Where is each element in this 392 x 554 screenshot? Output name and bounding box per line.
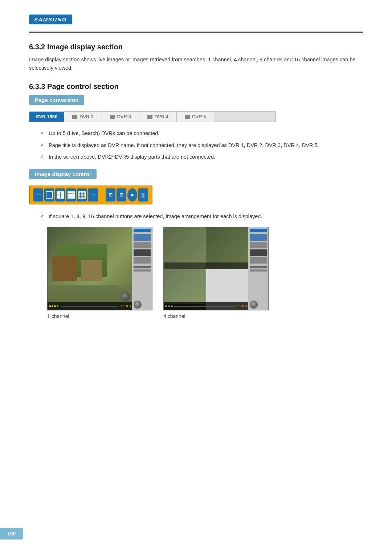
quad-cell-2 [206,227,248,269]
cam-time: 1 2 3 3 [121,304,131,308]
cam-sidebar-quad [248,227,268,310]
channel-1-label: 1 channel [47,313,69,319]
sidebar-mini-2 [134,242,151,248]
image-control-toolbar: ← [29,186,152,204]
status-dot-1 [49,305,51,307]
zoom-button[interactable]: ⊡ [106,188,115,201]
cam-object-3 [81,260,102,281]
four-channel-button[interactable] [55,188,65,201]
quad-dot-3 [171,305,173,307]
quad-cell-1 [164,227,206,269]
image-display-control-label: Image display control [29,169,97,179]
sidebar-mini-3 [134,249,151,256]
page-control-bullets: Up to 5 (Live, Search) DVRs can be conne… [40,129,363,161]
channel-1-item: 1 2 3 3 [47,227,152,319]
channel-display-bullets: If square 1, 4, 9, 16 channel buttons ar… [40,212,363,220]
cam-single-view: 1 2 3 3 [48,227,152,310]
page-number-badge: 100 [0,528,23,539]
sidebar-knob [134,301,142,309]
quad-grid-icon [57,191,64,199]
quad-progress [174,306,236,307]
channel-4-label: 4 channel [163,313,185,319]
dvr-tab-dvr3[interactable]: DVR 3 [102,112,139,122]
dvr-tab-icon-4 [147,115,152,119]
quad-sidebar-mini-1 [250,234,267,241]
bullet-1: Up to 5 (Live, Search) DVRs can be conne… [40,129,363,137]
dvr-tab-dvr5[interactable]: DVR 5 [176,112,214,122]
channel-1-image: 1 2 3 3 [47,227,152,310]
quad-sidebar-mini-4 [250,257,267,264]
dvr-tab-icon-3 [110,115,115,119]
samsung-logo: SAMSUNG [29,15,72,24]
sidebar-mini-4 [134,257,151,264]
sixteen-grid-icon [78,191,86,199]
top-divider [29,32,363,33]
cam-quad-view-wrap [164,227,268,310]
arrow-left-button[interactable]: ← [33,188,43,201]
cam-quad-grid [164,227,248,310]
status-dot-3 [54,305,56,307]
quad-sidebar-bar-1 [250,266,267,268]
dvr-tabbar: SVR 1650 DVR 2 DVR 3 DVR 4 DVR 5 [29,111,276,122]
channel-4-item: 1 2 3 3 4 channel [163,227,269,319]
cam-status-bar: 1 2 3 3 [48,302,132,310]
quad-sidebar-bar-2 [250,269,267,272]
quad-dot-1 [165,305,167,307]
page-conversion-label: Page conversion [29,95,84,105]
sixteen-channel-button[interactable] [77,188,87,201]
quad-sidebar-knob [250,301,258,309]
status-dot-4 [57,305,58,307]
quad-dot-2 [168,305,170,307]
dvr-tab-icon-5 [185,115,190,119]
arrow-right-button[interactable]: → [88,188,98,201]
snapshot-button[interactable]: ⊡ [117,188,126,201]
cam-sidebar [132,227,152,310]
section-body-632: Image display section shows live images … [29,56,363,72]
bullet-3: In the screen above, DVR2~DVR5 display p… [40,153,363,161]
nine-channel-button[interactable] [66,188,76,201]
status-dot-2 [52,305,53,307]
single-grid-icon [46,191,53,199]
quad-sidebar-mini-3 [250,249,267,256]
pause-button[interactable]: || [138,188,148,201]
record-button[interactable]: ● [127,188,137,201]
bullet-2: Page title is displayed as DVR name. If … [40,141,363,149]
quad-sidebar-logo [250,229,267,232]
nine-grid-icon [68,191,75,199]
quad-sidebar-mini-2 [250,242,267,248]
cell-2-bar [206,262,248,269]
sidebar-bar-1 [134,266,151,268]
section-image-display: 6.3.2 Image display section Image displa… [29,43,363,72]
sidebar-bar-2 [134,269,151,272]
quad-status-bar: 1 2 3 3 [164,302,248,310]
cam-main-area: 1 2 3 3 [48,227,132,310]
channel-images-section: 1 2 3 3 [47,227,363,319]
sidebar-mini-1 [134,234,151,241]
channel-display-bullet: If square 1, 4, 9, 16 channel buttons ar… [40,212,363,220]
cell-1-bar [164,262,206,269]
dvr-tab-dvr2[interactable]: DVR 2 [64,112,101,122]
cam-object-2 [52,256,77,281]
section-page-control: 6.3.3 Page control section Page conversi… [29,82,363,319]
sidebar-logo-mini [134,229,151,232]
section-heading-633: 6.3.3 Page control section [29,82,363,91]
dvr-tab-svr1650[interactable]: SVR 1650 [29,112,64,122]
progress-bar [61,306,118,307]
dvr-tab-dvr4[interactable]: DVR 4 [139,112,176,122]
single-channel-button[interactable] [44,188,54,201]
quad-time-display: 1 2 3 3 [237,304,247,308]
channel-4-image: 1 2 3 3 [163,227,269,310]
section-heading-632: 6.3.2 Image display section [29,43,363,51]
dvr-tab-icon-2 [72,115,77,119]
